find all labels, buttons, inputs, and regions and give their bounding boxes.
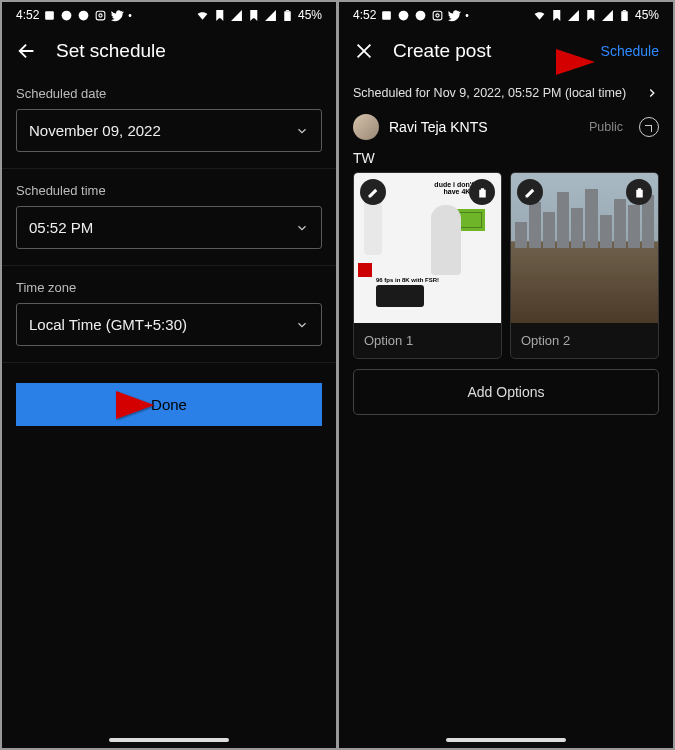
facebook-icon	[414, 9, 427, 22]
svg-rect-3	[97, 11, 106, 20]
annotation-arrow-icon	[26, 385, 156, 425]
battery-icon	[281, 9, 294, 22]
date-value: November 09, 2022	[29, 122, 161, 139]
option1-label: Option 1	[354, 323, 501, 358]
phone-create-post: 4:52 • 45% Create post Schedule Schedule…	[339, 2, 673, 748]
done-button[interactable]: Done	[16, 383, 322, 426]
wifi-icon	[196, 9, 209, 22]
date-select[interactable]: November 09, 2022	[16, 109, 322, 152]
visibility-select[interactable]: Public	[589, 120, 623, 134]
avatar[interactable]	[353, 114, 379, 140]
svg-rect-6	[286, 10, 289, 11]
scheduled-for-row[interactable]: Scheduled for Nov 9, 2022, 05:52 PM (loc…	[339, 78, 673, 108]
phone-set-schedule: 4:52 • 45% Set schedule Scheduled date N…	[2, 2, 336, 748]
time-label: Scheduled time	[2, 175, 336, 206]
volte2-icon	[584, 9, 597, 22]
battery-icon	[618, 9, 631, 22]
done-label: Done	[151, 396, 187, 413]
svg-point-8	[399, 10, 409, 20]
meme-caption: 96 fps in 8K with FSR!	[376, 277, 439, 283]
edit-image-button[interactable]	[360, 179, 386, 205]
battery-pct: 45%	[635, 8, 659, 22]
option2-image	[511, 173, 658, 323]
notif-icon	[380, 9, 393, 22]
edit-image-button[interactable]	[517, 179, 543, 205]
volte1-icon	[213, 9, 226, 22]
svg-rect-0	[46, 11, 55, 20]
tz-select[interactable]: Local Time (GMT+5:30)	[16, 303, 322, 346]
chevron-down-icon	[295, 221, 309, 235]
instagram-icon	[94, 9, 107, 22]
battery-pct: 45%	[298, 8, 322, 22]
post-text-input[interactable]: TW	[339, 150, 673, 172]
home-indicator[interactable]	[446, 738, 566, 742]
schedule-link[interactable]: Schedule	[601, 43, 659, 59]
signal1-icon	[567, 9, 580, 22]
appbar: Create post Schedule	[339, 26, 673, 78]
notif-icon	[43, 9, 56, 22]
more-dot-icon: •	[465, 10, 469, 21]
svg-rect-10	[434, 11, 443, 20]
svg-point-11	[436, 13, 439, 16]
svg-rect-13	[623, 10, 626, 11]
delete-image-button[interactable]	[626, 179, 652, 205]
appbar: Set schedule	[2, 26, 336, 78]
date-label: Scheduled date	[2, 78, 336, 109]
time-value: 05:52 PM	[29, 219, 93, 236]
option2-label: Option 2	[511, 323, 658, 358]
poll-option-2[interactable]: Option 2	[510, 172, 659, 359]
signal2-icon	[264, 9, 277, 22]
svg-rect-5	[284, 11, 291, 21]
svg-point-1	[62, 10, 72, 20]
chevron-down-icon	[295, 124, 309, 138]
whatsapp-icon	[60, 9, 73, 22]
twitter-icon	[448, 9, 461, 22]
page-title: Create post	[393, 40, 583, 62]
twitter-icon	[111, 9, 124, 22]
poll-options: dude i don't even have 4K yet 96 fps in …	[339, 172, 673, 359]
chevron-right-icon	[645, 86, 659, 100]
instagram-icon	[431, 9, 444, 22]
page-title: Set schedule	[56, 40, 322, 62]
close-button[interactable]	[353, 40, 375, 62]
status-bar: 4:52 • 45%	[339, 2, 673, 26]
volte1-icon	[550, 9, 563, 22]
amd-logo-icon	[358, 263, 372, 277]
option1-image: dude i don't even have 4K yet 96 fps in …	[354, 173, 501, 323]
facebook-icon	[77, 9, 90, 22]
back-button[interactable]	[16, 40, 38, 62]
svg-rect-7	[383, 11, 392, 20]
more-dot-icon: •	[128, 10, 132, 21]
time-select[interactable]: 05:52 PM	[16, 206, 322, 249]
signal2-icon	[601, 9, 614, 22]
svg-point-4	[99, 13, 102, 16]
home-indicator[interactable]	[109, 738, 229, 742]
username: Ravi Teja KNTS	[389, 119, 579, 135]
volte2-icon	[247, 9, 260, 22]
poll-option-1[interactable]: dude i don't even have 4K yet 96 fps in …	[353, 172, 502, 359]
svg-point-2	[79, 10, 89, 20]
tz-label: Time zone	[2, 272, 336, 303]
scheduled-for-text: Scheduled for Nov 9, 2022, 05:52 PM (loc…	[353, 86, 626, 100]
tz-value: Local Time (GMT+5:30)	[29, 316, 187, 333]
status-bar: 4:52 • 45%	[2, 2, 336, 26]
svg-rect-12	[621, 11, 628, 21]
wifi-icon	[533, 9, 546, 22]
author-row: Ravi Teja KNTS Public	[339, 108, 673, 150]
schedule-history-icon[interactable]	[639, 117, 659, 137]
svg-point-9	[416, 10, 426, 20]
whatsapp-icon	[397, 9, 410, 22]
delete-image-button[interactable]	[469, 179, 495, 205]
status-time: 4:52	[16, 8, 39, 22]
signal1-icon	[230, 9, 243, 22]
add-options-button[interactable]: Add Options	[353, 369, 659, 415]
status-time: 4:52	[353, 8, 376, 22]
chevron-down-icon	[295, 318, 309, 332]
